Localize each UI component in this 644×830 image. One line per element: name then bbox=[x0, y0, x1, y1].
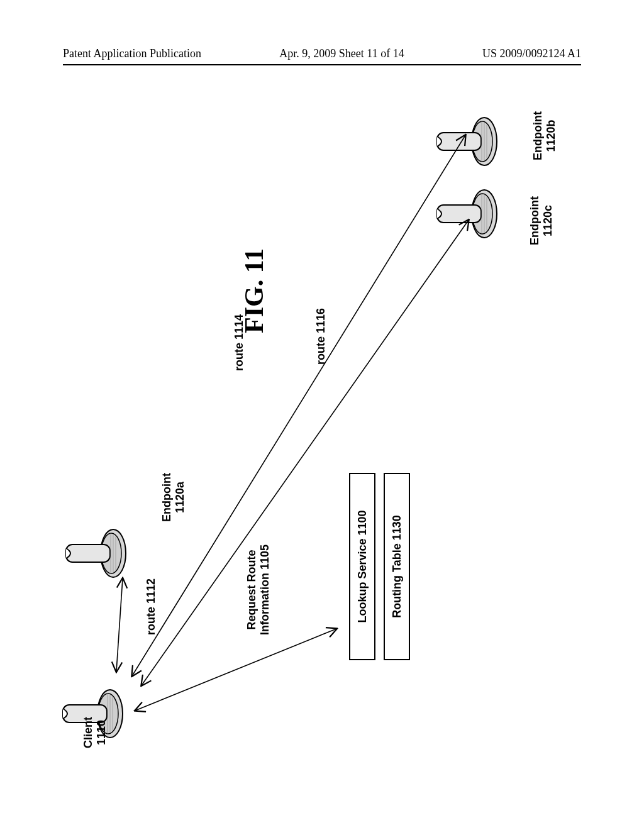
label-route-1114: route 1114 bbox=[233, 314, 246, 371]
header-center: Apr. 9, 2009 Sheet 11 of 14 bbox=[279, 47, 404, 60]
svg-line-7 bbox=[132, 135, 465, 676]
label-request-route: Request Route Information 1105 bbox=[245, 545, 271, 635]
svg-line-8 bbox=[142, 220, 469, 685]
label-client: Client 1110 bbox=[82, 717, 108, 748]
svg-line-9 bbox=[135, 629, 336, 711]
label-endpoint-c: Endpoint 1120c bbox=[528, 196, 554, 245]
page-header: Patent Application Publication Apr. 9, 2… bbox=[63, 47, 581, 65]
lookup-service-box: Lookup Service 1100 bbox=[349, 473, 375, 660]
label-endpoint-a: Endpoint 1120a bbox=[160, 473, 186, 522]
label-route-1112: route 1112 bbox=[145, 578, 158, 635]
routing-table-box: Routing Table 1130 bbox=[384, 473, 410, 660]
header-right: US 2009/0092124 A1 bbox=[482, 47, 581, 60]
label-route-1116: route 1116 bbox=[314, 308, 328, 365]
label-endpoint-b: Endpoint 1120b bbox=[531, 111, 557, 160]
svg-line-6 bbox=[116, 578, 123, 672]
header-left: Patent Application Publication bbox=[63, 47, 201, 60]
page: Patent Application Publication Apr. 9, 2… bbox=[0, 0, 644, 830]
